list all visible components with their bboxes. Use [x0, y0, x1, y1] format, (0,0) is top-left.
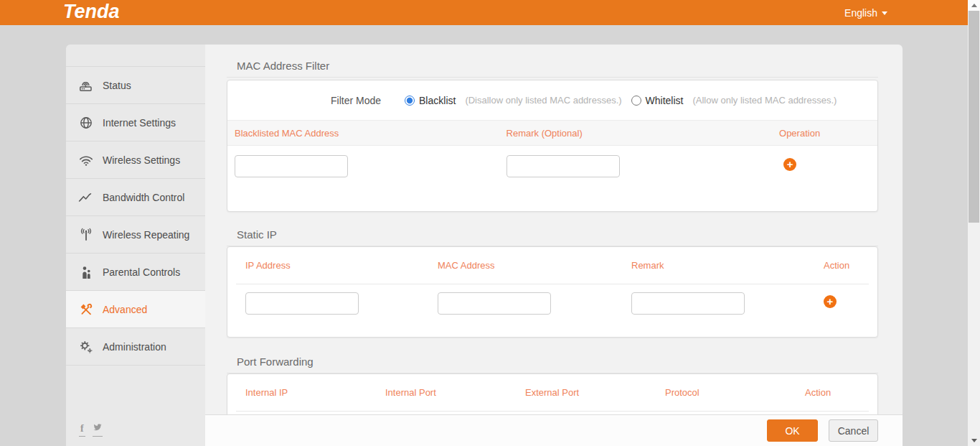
static-ip-table-header: IP Address MAC Address Remark Action: [227, 247, 877, 284]
router-icon: [77, 78, 94, 93]
mac-filter-table-header: Blacklisted MAC Address Remark (Optional…: [227, 121, 877, 146]
sidebar-item-label: Wireless Settings: [103, 154, 180, 166]
top-bar: Tenda English: [0, 0, 968, 25]
column-header: Blacklisted MAC Address: [227, 128, 501, 139]
sidebar-item-label: Parental Controls: [103, 266, 180, 278]
footer-action-bar: OK Cancel: [205, 414, 903, 446]
sidebar: Status Internet Settings Wireless Settin…: [66, 45, 205, 446]
port-forwarding-table-header: Internal IP Internal Port External Port …: [227, 374, 877, 411]
column-header: Action: [824, 260, 877, 271]
facebook-link[interactable]: f: [79, 422, 85, 437]
wifi-icon: [77, 153, 94, 167]
blacklist-radio[interactable]: [405, 96, 415, 106]
tenda-logo: Tenda: [63, 1, 120, 23]
blacklist-radio-option[interactable]: Blacklist: [405, 95, 456, 106]
column-header: External Port: [525, 387, 665, 398]
mac-filter-new-row: +: [227, 146, 877, 177]
column-header: Internal Port: [385, 387, 525, 398]
sidebar-spacer: [66, 45, 205, 67]
social-links: f: [79, 422, 103, 437]
static-ip-new-row: +: [227, 284, 877, 315]
sidebar-item-wireless-repeating[interactable]: Wireless Repeating: [66, 216, 205, 254]
blacklist-label: Blacklist: [419, 95, 456, 106]
port-forwarding-section-title: Port Forwarding: [227, 356, 878, 373]
sidebar-item-label: Bandwidth Control: [103, 192, 184, 203]
plus-icon: +: [787, 159, 793, 170]
vertical-scrollbar[interactable]: [968, 0, 980, 446]
plus-icon: +: [827, 296, 834, 307]
blacklist-note: (Disallow only listed MAC addresses.): [465, 95, 621, 106]
triangle-down-icon: [971, 439, 977, 442]
sidebar-item-status[interactable]: Status: [66, 67, 205, 104]
sidebar-item-wireless-settings[interactable]: Wireless Settings: [66, 141, 205, 179]
whitelist-label: Whitelist: [646, 95, 684, 106]
column-header: Protocol: [665, 387, 805, 398]
sidebar-item-bandwidth-control[interactable]: Bandwidth Control: [66, 179, 205, 216]
sidebar-item-administration[interactable]: Administration: [66, 328, 205, 366]
column-header: Operation: [773, 128, 877, 139]
ok-button[interactable]: OK: [767, 419, 818, 442]
parental-icon: [77, 265, 94, 279]
divider: [236, 411, 869, 412]
column-header: MAC Address: [438, 260, 631, 271]
whitelist-note: (Allow only listed MAC addresses.): [692, 95, 837, 106]
static-ip-card: IP Address MAC Address Remark Action +: [227, 246, 878, 338]
filter-mode-row: Filter Mode Blacklist (Disallow only lis…: [227, 80, 877, 121]
column-header: IP Address: [245, 260, 438, 271]
globe-icon: [77, 116, 94, 130]
sidebar-item-internet-settings[interactable]: Internet Settings: [66, 104, 205, 141]
bandwidth-icon: [77, 190, 94, 205]
column-header: Remark: [631, 260, 824, 271]
column-header: Internal IP: [245, 387, 385, 398]
sidebar-item-label: Advanced: [103, 304, 147, 315]
static-ip-address-input[interactable]: [245, 292, 359, 315]
language-label: English: [844, 7, 877, 19]
sidebar-item-label: Wireless Repeating: [103, 229, 189, 241]
static-ip-remark-input[interactable]: [631, 292, 745, 315]
main-panel: MAC Address Filter Filter Mode Blacklist…: [205, 45, 903, 446]
tools-icon: [77, 302, 94, 317]
chevron-down-icon: [882, 11, 887, 15]
whitelist-radio-option[interactable]: Whitelist: [631, 95, 684, 106]
sidebar-item-advanced[interactable]: Advanced: [66, 291, 205, 328]
blacklist-mac-input[interactable]: [235, 155, 348, 177]
filter-mode-label: Filter Mode: [331, 95, 381, 106]
static-ip-mac-input[interactable]: [438, 292, 551, 315]
sidebar-item-label: Administration: [103, 341, 166, 353]
column-header: Remark (Optional): [501, 128, 774, 139]
scrollbar-thumb[interactable]: [969, 11, 979, 223]
sidebar-item-label: Status: [103, 80, 131, 91]
remark-input[interactable]: [507, 155, 620, 177]
mac-filter-section-title: MAC Address Filter: [227, 60, 878, 78]
facebook-icon: f: [79, 423, 85, 434]
whitelist-radio[interactable]: [631, 96, 641, 106]
sidebar-item-label: Internet Settings: [103, 117, 176, 129]
language-selector[interactable]: English: [844, 0, 887, 25]
mac-filter-card: Filter Mode Blacklist (Disallow only lis…: [227, 80, 878, 212]
cancel-button[interactable]: Cancel: [829, 419, 878, 442]
gears-icon: [77, 340, 94, 354]
triangle-up-icon: [971, 4, 977, 7]
add-static-ip-row-button[interactable]: +: [824, 295, 837, 308]
sidebar-item-parental-controls[interactable]: Parental Controls: [66, 254, 205, 291]
repeater-antenna-icon: [77, 228, 94, 242]
scroll-down-button[interactable]: [968, 435, 980, 446]
twitter-icon: [93, 423, 103, 432]
add-mac-filter-row-button[interactable]: +: [783, 158, 796, 171]
twitter-link[interactable]: [93, 422, 103, 437]
scroll-up-button[interactable]: [968, 0, 980, 11]
column-header: Action: [805, 387, 877, 398]
static-ip-section-title: Static IP: [227, 228, 878, 246]
